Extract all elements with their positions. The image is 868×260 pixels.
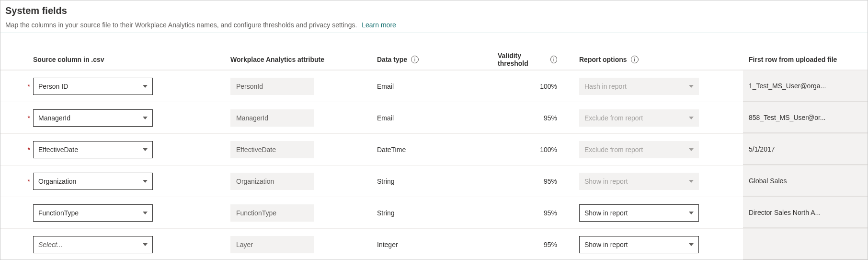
table-row: *OrganizationOrganizationString95%Show i… (0, 165, 868, 197)
data-type-cell: String (371, 209, 492, 217)
report-options-cell: Show in report (573, 204, 743, 222)
required-indicator: * (0, 114, 33, 122)
data-type-column-header: Data type i (371, 56, 492, 63)
validity-cell: 95% (492, 209, 573, 217)
source-column-dropdown[interactable]: EffectiveDate (33, 141, 153, 158)
first-row-cell: 1_Test_MS_User@orga... (743, 71, 868, 102)
data-type-value: Integer (377, 241, 398, 248)
source-column-dropdown[interactable]: Person ID (33, 78, 153, 95)
data-type-cell: Email (371, 83, 492, 90)
dropdown-label: Select... (38, 241, 63, 248)
data-type-cell: String (371, 177, 492, 185)
table-row: Select...LayerInteger95%Show in report (0, 229, 868, 260)
validity-cell: 95% (492, 177, 573, 185)
chevron-down-icon (689, 243, 694, 246)
required-indicator: * (0, 83, 33, 90)
report-options-cell: Show in report (573, 173, 743, 190)
attribute-cell: Organization (225, 173, 371, 190)
chevron-down-icon (143, 212, 148, 214)
dropdown-label: Exclude from report (584, 114, 643, 122)
data-type-cell: Email (371, 114, 492, 122)
source-column-dropdown[interactable]: FunctionType (33, 204, 153, 222)
system-fields-panel: System fields Map the columns in your so… (0, 0, 868, 260)
validity-value: 100% (540, 83, 557, 90)
dropdown-label: Organization (38, 177, 76, 185)
report-options-dropdown: Exclude from report (579, 141, 699, 158)
chevron-down-icon (689, 180, 694, 183)
source-column-cell: Select... (33, 236, 225, 253)
chevron-down-icon (143, 243, 148, 246)
report-options-dropdown: Exclude from report (579, 109, 699, 127)
data-type-value: String (377, 209, 395, 217)
validity-value: 100% (540, 146, 557, 154)
attribute-cell: FunctionType (225, 204, 371, 222)
first-row-value: 1_Test_MS_User@orga... (749, 82, 826, 90)
validity-value: 95% (544, 241, 557, 248)
attribute-cell: ManagerId (225, 109, 371, 127)
source-column-dropdown[interactable]: Select... (33, 236, 153, 253)
chevron-down-icon (143, 117, 148, 119)
data-type-cell: DateTime (371, 146, 492, 154)
validity-cell: 100% (492, 83, 573, 90)
attribute-value: FunctionType (230, 204, 314, 222)
chevron-down-icon (689, 117, 694, 119)
first-row-value: Director Sales North A... (749, 209, 821, 216)
table-row: FunctionTypeFunctionTypeString95%Show in… (0, 197, 868, 229)
data-type-cell: Integer (371, 241, 492, 248)
report-options-dropdown: Hash in report (579, 78, 699, 95)
source-column-header: Source column in .csv (33, 56, 225, 63)
validity-value: 95% (544, 177, 557, 185)
info-icon[interactable]: i (631, 56, 639, 63)
source-column-dropdown[interactable]: ManagerId (33, 109, 153, 127)
report-options-cell: Exclude from report (573, 109, 743, 127)
table-row: *ManagerIdManagerIdEmail95%Exclude from … (0, 102, 868, 134)
attribute-value: ManagerId (230, 109, 314, 127)
report-options-cell: Hash in report (573, 78, 743, 95)
dropdown-label: Show in report (584, 209, 628, 217)
attribute-cell: Layer (225, 236, 371, 253)
validity-cell: 95% (492, 114, 573, 122)
chevron-down-icon (143, 180, 148, 183)
source-column-cell: FunctionType (33, 204, 225, 222)
first-row-cell: Global Sales (743, 165, 868, 197)
source-column-cell: Organization (33, 173, 225, 190)
report-options-cell: Show in report (573, 236, 743, 253)
first-row-column-header: First row from uploaded file (743, 49, 868, 70)
report-column-header: Report options i (573, 56, 743, 63)
data-type-value: Email (377, 83, 394, 90)
fields-table: Source column in .csv Workplace Analytic… (0, 33, 868, 260)
source-column-dropdown[interactable]: Organization (33, 173, 153, 190)
required-indicator: * (0, 177, 33, 185)
validity-cell: 100% (492, 146, 573, 154)
table-row: *EffectiveDateEffectiveDateDateTime100%E… (0, 134, 868, 165)
learn-more-link[interactable]: Learn more (362, 21, 396, 29)
section-description: Map the columns in your source file to t… (5, 21, 357, 29)
info-icon[interactable]: i (411, 56, 419, 63)
source-column-cell: EffectiveDate (33, 141, 225, 158)
validity-value: 95% (544, 114, 557, 122)
panel-header: System fields Map the columns in your so… (0, 5, 868, 33)
chevron-down-icon (143, 148, 148, 151)
source-column-cell: ManagerId (33, 109, 225, 127)
first-row-cell: Director Sales North A... (743, 197, 868, 228)
validity-value: 95% (544, 209, 557, 217)
dropdown-label: FunctionType (38, 209, 79, 217)
dropdown-label: Person ID (38, 83, 68, 90)
data-type-value: String (377, 177, 395, 185)
first-row-cell: 858_Test_MS_User@or... (743, 102, 868, 133)
dropdown-label: ManagerId (38, 114, 70, 122)
chevron-down-icon (689, 85, 694, 88)
dropdown-label: Show in report (584, 177, 628, 185)
first-row-cell (743, 229, 868, 260)
report-options-dropdown[interactable]: Show in report (579, 236, 699, 253)
first-row-cell: 5/1/2017 (743, 134, 868, 165)
dropdown-label: Exclude from report (584, 146, 643, 154)
report-options-dropdown[interactable]: Show in report (579, 204, 699, 222)
first-row-value: Global Sales (749, 177, 787, 185)
info-icon[interactable]: i (550, 56, 557, 63)
source-column-cell: Person ID (33, 78, 225, 95)
attribute-value: EffectiveDate (230, 141, 314, 158)
attribute-cell: PersonId (225, 78, 371, 95)
section-title: System fields (5, 5, 863, 16)
validity-cell: 95% (492, 241, 573, 248)
